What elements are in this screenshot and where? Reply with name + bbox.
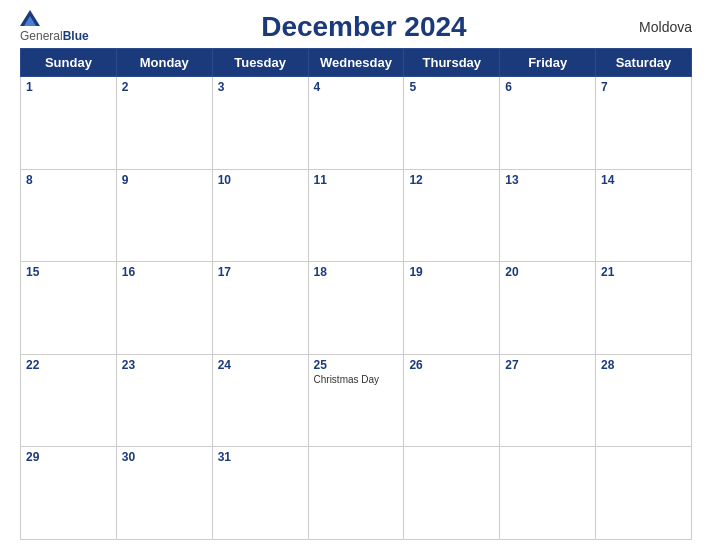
calendar-cell: 14 [596,169,692,262]
calendar-cell: 12 [404,169,500,262]
day-number: 18 [314,265,399,279]
calendar-cell [596,447,692,540]
country-label: Moldova [639,19,692,35]
day-number: 11 [314,173,399,187]
calendar-cell: 19 [404,262,500,355]
calendar-title: December 2024 [261,11,466,43]
day-number: 20 [505,265,590,279]
calendar-cell: 21 [596,262,692,355]
day-number: 2 [122,80,207,94]
day-number: 24 [218,358,303,372]
day-number: 19 [409,265,494,279]
calendar-cell [500,447,596,540]
day-number: 8 [26,173,111,187]
day-number: 22 [26,358,111,372]
day-number: 4 [314,80,399,94]
header-sunday: Sunday [21,49,117,77]
header-saturday: Saturday [596,49,692,77]
calendar-cell: 24 [212,354,308,447]
logo-general-text: General [20,29,63,43]
day-number: 28 [601,358,686,372]
day-number: 16 [122,265,207,279]
calendar-cell: 10 [212,169,308,262]
calendar-cell: 5 [404,77,500,170]
calendar-header: GeneralBlue December 2024 Moldova [20,10,692,44]
header-thursday: Thursday [404,49,500,77]
calendar-cell [308,447,404,540]
calendar-cell [404,447,500,540]
calendar-cell: 17 [212,262,308,355]
day-number: 10 [218,173,303,187]
holiday-label: Christmas Day [314,374,399,385]
calendar-cell: 9 [116,169,212,262]
day-number: 21 [601,265,686,279]
logo-icon [20,10,40,26]
day-number: 14 [601,173,686,187]
calendar-body: 1234567891011121314151617181920212223242… [21,77,692,540]
header-monday: Monday [116,49,212,77]
calendar-cell: 23 [116,354,212,447]
day-number: 25 [314,358,399,372]
day-number: 27 [505,358,590,372]
calendar-cell: 4 [308,77,404,170]
calendar-week-row-4: 293031 [21,447,692,540]
calendar-cell: 7 [596,77,692,170]
logo: GeneralBlue [20,10,89,44]
calendar-cell: 18 [308,262,404,355]
day-number: 31 [218,450,303,464]
weekday-header-row: Sunday Monday Tuesday Wednesday Thursday… [21,49,692,77]
logo-blue-text: Blue [63,29,89,43]
calendar-cell: 11 [308,169,404,262]
header-wednesday: Wednesday [308,49,404,77]
calendar-cell: 2 [116,77,212,170]
day-number: 13 [505,173,590,187]
day-number: 1 [26,80,111,94]
calendar-cell: 6 [500,77,596,170]
calendar-week-row-2: 15161718192021 [21,262,692,355]
day-number: 26 [409,358,494,372]
day-number: 23 [122,358,207,372]
calendar-cell: 30 [116,447,212,540]
calendar-cell: 1 [21,77,117,170]
calendar-cell: 15 [21,262,117,355]
calendar-cell: 8 [21,169,117,262]
calendar-week-row-3: 22232425Christmas Day262728 [21,354,692,447]
calendar-cell: 3 [212,77,308,170]
calendar-cell: 26 [404,354,500,447]
day-number: 6 [505,80,590,94]
day-number: 17 [218,265,303,279]
calendar-week-row-0: 1234567 [21,77,692,170]
day-number: 5 [409,80,494,94]
calendar-cell: 25Christmas Day [308,354,404,447]
calendar-cell: 13 [500,169,596,262]
day-number: 12 [409,173,494,187]
calendar-cell: 29 [21,447,117,540]
calendar-cell: 20 [500,262,596,355]
calendar-cell: 28 [596,354,692,447]
calendar-cell: 16 [116,262,212,355]
day-number: 7 [601,80,686,94]
day-number: 29 [26,450,111,464]
calendar-cell: 27 [500,354,596,447]
day-number: 3 [218,80,303,94]
calendar-cell: 31 [212,447,308,540]
header-friday: Friday [500,49,596,77]
day-number: 15 [26,265,111,279]
day-number: 30 [122,450,207,464]
header-tuesday: Tuesday [212,49,308,77]
calendar-table: Sunday Monday Tuesday Wednesday Thursday… [20,48,692,540]
calendar-week-row-1: 891011121314 [21,169,692,262]
calendar-cell: 22 [21,354,117,447]
day-number: 9 [122,173,207,187]
